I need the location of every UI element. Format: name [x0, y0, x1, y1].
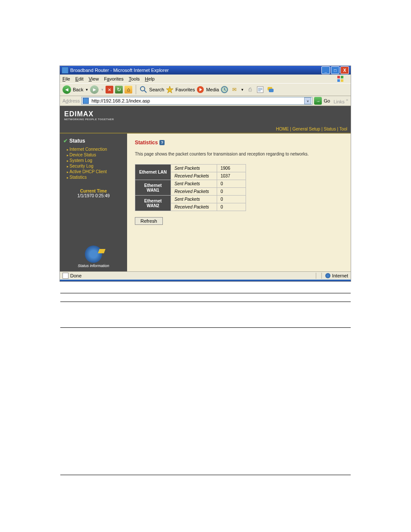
svg-marker-6 — [166, 86, 173, 93]
refresh-button[interactable]: Refresh — [135, 217, 163, 225]
address-dropdown[interactable]: v — [304, 97, 311, 104]
sidebar: ✔ Status Internet Connection Device Stat… — [60, 134, 127, 271]
menubar: File Edit View Favorites Tools Help — [60, 75, 351, 83]
sidebar-item-label: Device Status — [69, 152, 96, 157]
row-header-wan2: Ethernet WAN2 — [135, 196, 171, 211]
current-time: Current Time 1/1/1970 0:25:49 — [63, 189, 124, 198]
separator — [136, 85, 136, 94]
media-icon — [196, 86, 204, 93]
check-icon: ✔ — [63, 138, 68, 144]
table-row: Ethernet WAN1 Sent Packets 0 — [135, 180, 246, 188]
chevron-down-icon: ▼ — [85, 88, 88, 92]
home-button[interactable]: ⌂ — [125, 86, 132, 93]
menu-edit[interactable]: Edit — [75, 76, 84, 81]
star-icon — [166, 86, 174, 93]
chevron-down-icon: ▼ — [100, 88, 104, 92]
menu-view[interactable]: View — [89, 76, 99, 81]
sidebar-heading-text: Status — [69, 138, 85, 144]
help-icon[interactable]: ? — [159, 140, 165, 145]
sidebar-item-label: Active DHCP Client — [69, 169, 107, 174]
refresh-button[interactable]: ↻ — [115, 86, 123, 93]
menu-tools[interactable]: Tools — [129, 76, 140, 81]
menu-file[interactable]: File — [62, 76, 70, 81]
router-header: EDIMAX NETWORKING PEOPLE TOGETHER — [60, 106, 351, 125]
back-label: Back — [73, 87, 83, 92]
edit-button[interactable] — [256, 85, 265, 94]
sidebar-item-device-status[interactable]: Device Status — [67, 152, 124, 158]
menu-favorites[interactable]: Favorites — [104, 76, 123, 81]
sidebar-heading: ✔ Status — [63, 138, 124, 144]
favorites-label: Favorites — [175, 87, 195, 92]
stop-button[interactable]: ✕ — [106, 86, 113, 93]
sidebar-item-label: Statistics — [69, 175, 87, 180]
minimize-button[interactable]: _ — [321, 66, 330, 74]
cell-value: 0 — [217, 196, 246, 203]
svg-point-4 — [140, 87, 145, 91]
ie-icon — [83, 98, 89, 104]
status-info: Status Information — [60, 246, 127, 268]
metric-label: Sent Packets — [171, 196, 217, 203]
page-description: This page shows the packet counters for … — [135, 152, 343, 156]
menu-help[interactable]: Help — [145, 76, 155, 81]
toolbar: ◄ Back ▼ ► ▼ ✕ ↻ ⌂ Search Favorites Medi… — [60, 83, 351, 96]
svg-rect-2 — [337, 79, 340, 82]
search-button[interactable]: Search — [140, 86, 164, 93]
row-header-lan: Ethernet LAN — [135, 165, 171, 180]
metric-label: Received Packets — [171, 188, 217, 196]
address-input[interactable]: http://192.168.2.1/index.asp v — [81, 97, 312, 105]
current-time-label: Current Time — [63, 189, 124, 193]
svg-rect-1 — [341, 76, 343, 78]
maximize-button[interactable]: □ — [331, 66, 339, 74]
cell-value: 1906 — [217, 165, 246, 172]
media-button[interactable]: Media — [196, 86, 219, 93]
separator — [316, 273, 316, 279]
table-row: Ethernet LAN Sent Packets 1906 — [135, 165, 246, 172]
sidebar-item-statistics[interactable]: Statistics — [67, 174, 124, 180]
mail-button[interactable]: ✉ — [230, 85, 239, 94]
current-time-value: 1/1/1970 0:25:49 — [63, 193, 124, 198]
svg-rect-12 — [269, 89, 274, 92]
svg-line-5 — [144, 90, 146, 93]
print-button[interactable]: ⎙ — [246, 85, 254, 94]
favorites-button[interactable]: Favorites — [166, 86, 195, 93]
media-label: Media — [206, 87, 219, 92]
chevron-down-icon: ▼ — [240, 88, 244, 92]
forward-button[interactable]: ► ▼ — [90, 85, 104, 94]
sidebar-item-system-log[interactable]: System Log — [67, 158, 124, 163]
globe-icon — [85, 246, 102, 263]
separator — [321, 273, 322, 279]
go-button[interactable]: → — [314, 97, 322, 105]
close-button[interactable]: X — [340, 66, 349, 74]
ie-icon — [62, 67, 68, 74]
sidebar-item-active-dhcp-client[interactable]: Active DHCP Client — [67, 169, 124, 174]
sidebar-item-internet-connection[interactable]: Internet Connection — [67, 146, 124, 152]
brand-tagline: NETWORKING PEOPLE TOGETHER — [64, 118, 114, 121]
document-line — [60, 475, 351, 475]
address-url: http://192.168.2.1/index.asp — [91, 98, 303, 103]
cell-value: 1037 — [217, 172, 246, 180]
nav-links[interactable]: HOME | General Setup | Status | Tool — [276, 127, 347, 131]
page-title-text: Statistics — [135, 140, 158, 146]
links-label[interactable]: Links » — [333, 98, 348, 104]
search-icon — [140, 86, 147, 93]
document-icon — [62, 273, 68, 279]
stats-table: Ethernet LAN Sent Packets 1906 Received … — [135, 164, 246, 211]
history-button[interactable] — [221, 86, 228, 93]
forward-icon: ► — [90, 85, 99, 94]
router-nav: HOME | General Setup | Status | Tool — [60, 125, 351, 134]
metric-label: Sent Packets — [171, 165, 217, 172]
content: Statistics ? This page shows the packet … — [127, 134, 351, 271]
sidebar-item-label: System Log — [69, 158, 92, 163]
back-button[interactable]: ◄ Back ▼ — [62, 85, 88, 94]
address-label: Address — [62, 98, 80, 103]
titlebar: Broadband Router - Microsoft Internet Ex… — [60, 66, 351, 75]
windows-flag-icon — [337, 75, 344, 82]
svg-rect-3 — [341, 79, 343, 82]
back-icon: ◄ — [62, 85, 71, 94]
metric-label: Sent Packets — [171, 180, 217, 188]
document-line — [60, 293, 351, 293]
window-title: Broadband Router - Microsoft Internet Ex… — [70, 68, 321, 73]
metric-label: Received Packets — [171, 203, 217, 211]
sidebar-item-security-log[interactable]: Security Log — [67, 163, 124, 169]
discuss-button[interactable] — [266, 85, 275, 94]
